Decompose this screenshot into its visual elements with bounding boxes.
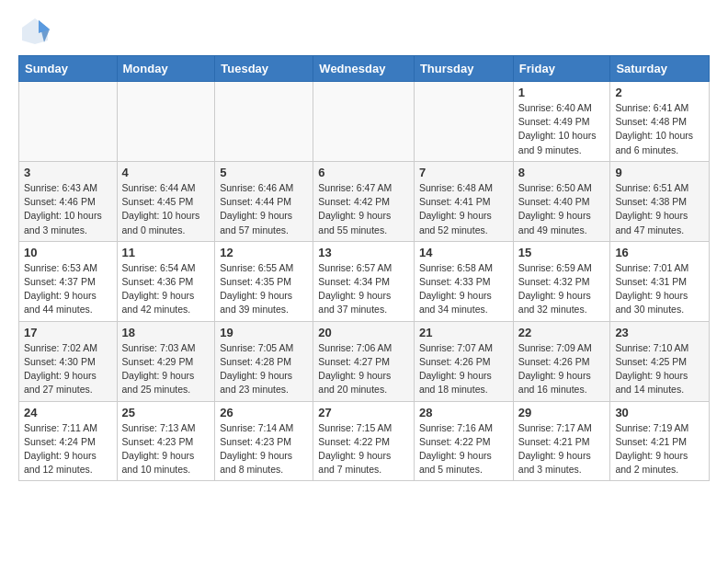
calendar-cell: 29Sunrise: 7:17 AM Sunset: 4:21 PM Dayli…: [513, 401, 610, 481]
calendar-cell: [117, 82, 215, 162]
day-number: 15: [518, 246, 606, 259]
calendar-cell: 6Sunrise: 6:47 AM Sunset: 4:42 PM Daylig…: [313, 161, 415, 241]
calendar-cell: 25Sunrise: 7:13 AM Sunset: 4:23 PM Dayli…: [117, 401, 215, 481]
day-info: Sunrise: 7:16 AM Sunset: 4:22 PM Dayligh…: [419, 421, 508, 477]
calendar-cell: [215, 82, 313, 162]
day-number: 22: [518, 326, 606, 339]
calendar-cell: 10Sunrise: 6:53 AM Sunset: 4:37 PM Dayli…: [19, 241, 118, 321]
day-number: 20: [318, 326, 409, 339]
day-info: Sunrise: 7:11 AM Sunset: 4:24 PM Dayligh…: [24, 421, 112, 477]
calendar-cell: 22Sunrise: 7:09 AM Sunset: 4:26 PM Dayli…: [513, 321, 610, 401]
calendar-week-row: 10Sunrise: 6:53 AM Sunset: 4:37 PM Dayli…: [19, 241, 710, 321]
calendar-week-row: 3Sunrise: 6:43 AM Sunset: 4:46 PM Daylig…: [19, 161, 710, 241]
day-number: 16: [615, 246, 704, 259]
day-number: 18: [122, 326, 210, 339]
calendar-cell: 23Sunrise: 7:10 AM Sunset: 4:25 PM Dayli…: [610, 321, 710, 401]
logo: [18, 15, 55, 48]
calendar-cell: 24Sunrise: 7:11 AM Sunset: 4:24 PM Dayli…: [19, 401, 118, 481]
day-info: Sunrise: 6:55 AM Sunset: 4:35 PM Dayligh…: [220, 261, 308, 317]
day-number: 19: [220, 326, 308, 339]
day-number: 21: [419, 326, 508, 339]
day-number: 26: [220, 406, 308, 419]
day-number: 17: [24, 326, 112, 339]
day-info: Sunrise: 7:06 AM Sunset: 4:27 PM Dayligh…: [318, 341, 409, 397]
calendar-cell: 21Sunrise: 7:07 AM Sunset: 4:26 PM Dayli…: [414, 321, 513, 401]
day-info: Sunrise: 6:40 AM Sunset: 4:49 PM Dayligh…: [518, 101, 606, 157]
calendar-cell: 28Sunrise: 7:16 AM Sunset: 4:22 PM Dayli…: [414, 401, 513, 481]
day-info: Sunrise: 7:19 AM Sunset: 4:21 PM Dayligh…: [615, 421, 704, 477]
calendar-cell: [19, 82, 118, 162]
day-number: 6: [318, 166, 409, 179]
calendar-cell: 16Sunrise: 7:01 AM Sunset: 4:31 PM Dayli…: [610, 241, 710, 321]
calendar-week-row: 1Sunrise: 6:40 AM Sunset: 4:49 PM Daylig…: [19, 82, 710, 162]
calendar-cell: 30Sunrise: 7:19 AM Sunset: 4:21 PM Dayli…: [610, 401, 710, 481]
day-info: Sunrise: 7:07 AM Sunset: 4:26 PM Dayligh…: [419, 341, 508, 397]
day-info: Sunrise: 6:59 AM Sunset: 4:32 PM Dayligh…: [518, 261, 606, 317]
col-header-monday: Monday: [117, 56, 215, 82]
day-number: 27: [318, 406, 409, 419]
day-number: 23: [615, 326, 704, 339]
calendar-header-row: SundayMondayTuesdayWednesdayThursdayFrid…: [19, 56, 710, 82]
calendar-cell: 20Sunrise: 7:06 AM Sunset: 4:27 PM Dayli…: [313, 321, 415, 401]
col-header-saturday: Saturday: [610, 56, 710, 82]
day-info: Sunrise: 6:51 AM Sunset: 4:38 PM Dayligh…: [615, 181, 704, 237]
calendar-cell: 27Sunrise: 7:15 AM Sunset: 4:22 PM Dayli…: [313, 401, 415, 481]
day-info: Sunrise: 6:44 AM Sunset: 4:45 PM Dayligh…: [122, 181, 210, 237]
calendar-cell: [313, 82, 415, 162]
calendar-cell: 8Sunrise: 6:50 AM Sunset: 4:40 PM Daylig…: [513, 161, 610, 241]
header: [18, 15, 710, 48]
calendar-cell: 4Sunrise: 6:44 AM Sunset: 4:45 PM Daylig…: [117, 161, 215, 241]
calendar-week-row: 17Sunrise: 7:02 AM Sunset: 4:30 PM Dayli…: [19, 321, 710, 401]
day-info: Sunrise: 6:50 AM Sunset: 4:40 PM Dayligh…: [518, 181, 606, 237]
calendar-cell: 2Sunrise: 6:41 AM Sunset: 4:48 PM Daylig…: [610, 82, 710, 162]
day-info: Sunrise: 6:48 AM Sunset: 4:41 PM Dayligh…: [419, 181, 508, 237]
col-header-friday: Friday: [513, 56, 610, 82]
calendar-cell: 12Sunrise: 6:55 AM Sunset: 4:35 PM Dayli…: [215, 241, 313, 321]
calendar-cell: 1Sunrise: 6:40 AM Sunset: 4:49 PM Daylig…: [513, 82, 610, 162]
day-number: 5: [220, 166, 308, 179]
day-info: Sunrise: 7:05 AM Sunset: 4:28 PM Dayligh…: [220, 341, 308, 397]
day-info: Sunrise: 7:15 AM Sunset: 4:22 PM Dayligh…: [318, 421, 409, 477]
col-header-wednesday: Wednesday: [313, 56, 415, 82]
day-info: Sunrise: 7:13 AM Sunset: 4:23 PM Dayligh…: [122, 421, 210, 477]
col-header-tuesday: Tuesday: [215, 56, 313, 82]
day-number: 9: [615, 166, 704, 179]
day-info: Sunrise: 6:54 AM Sunset: 4:36 PM Dayligh…: [122, 261, 210, 317]
calendar-cell: 11Sunrise: 6:54 AM Sunset: 4:36 PM Dayli…: [117, 241, 215, 321]
day-info: Sunrise: 6:46 AM Sunset: 4:44 PM Dayligh…: [220, 181, 308, 237]
day-info: Sunrise: 7:14 AM Sunset: 4:23 PM Dayligh…: [220, 421, 308, 477]
calendar-cell: 17Sunrise: 7:02 AM Sunset: 4:30 PM Dayli…: [19, 321, 118, 401]
day-number: 30: [615, 406, 704, 419]
day-number: 11: [122, 246, 210, 259]
day-number: 29: [518, 406, 606, 419]
day-info: Sunrise: 7:09 AM Sunset: 4:26 PM Dayligh…: [518, 341, 606, 397]
calendar-cell: 14Sunrise: 6:58 AM Sunset: 4:33 PM Dayli…: [414, 241, 513, 321]
calendar-cell: 13Sunrise: 6:57 AM Sunset: 4:34 PM Dayli…: [313, 241, 415, 321]
day-number: 10: [24, 246, 112, 259]
calendar-cell: 26Sunrise: 7:14 AM Sunset: 4:23 PM Dayli…: [215, 401, 313, 481]
day-number: 25: [122, 406, 210, 419]
logo-icon: [18, 15, 51, 48]
day-info: Sunrise: 6:41 AM Sunset: 4:48 PM Dayligh…: [615, 101, 704, 157]
day-number: 4: [122, 166, 210, 179]
day-number: 2: [615, 86, 704, 99]
calendar-cell: 9Sunrise: 6:51 AM Sunset: 4:38 PM Daylig…: [610, 161, 710, 241]
calendar-cell: 19Sunrise: 7:05 AM Sunset: 4:28 PM Dayli…: [215, 321, 313, 401]
col-header-sunday: Sunday: [19, 56, 118, 82]
day-number: 12: [220, 246, 308, 259]
day-number: 1: [518, 86, 606, 99]
day-number: 13: [318, 246, 409, 259]
col-header-thursday: Thursday: [414, 56, 513, 82]
day-info: Sunrise: 7:01 AM Sunset: 4:31 PM Dayligh…: [615, 261, 704, 317]
day-info: Sunrise: 6:57 AM Sunset: 4:34 PM Dayligh…: [318, 261, 409, 317]
day-info: Sunrise: 7:03 AM Sunset: 4:29 PM Dayligh…: [122, 341, 210, 397]
calendar-cell: 3Sunrise: 6:43 AM Sunset: 4:46 PM Daylig…: [19, 161, 118, 241]
calendar-cell: 7Sunrise: 6:48 AM Sunset: 4:41 PM Daylig…: [414, 161, 513, 241]
calendar-cell: [414, 82, 513, 162]
day-number: 3: [24, 166, 112, 179]
calendar-cell: 5Sunrise: 6:46 AM Sunset: 4:44 PM Daylig…: [215, 161, 313, 241]
calendar-table: SundayMondayTuesdayWednesdayThursdayFrid…: [18, 55, 710, 481]
calendar-week-row: 24Sunrise: 7:11 AM Sunset: 4:24 PM Dayli…: [19, 401, 710, 481]
day-number: 28: [419, 406, 508, 419]
day-number: 24: [24, 406, 112, 419]
